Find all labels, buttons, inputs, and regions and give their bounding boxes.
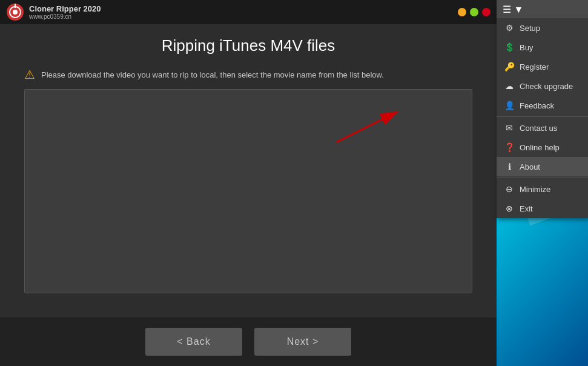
menu-item-online-help[interactable]: ❓ Online help <box>497 138 588 157</box>
window-controls <box>458 8 491 16</box>
menu-item-exit[interactable]: ⊗ Exit <box>497 199 588 218</box>
menu-label-register: Register <box>520 62 549 72</box>
menu-item-feedback[interactable]: 👤 Feedback <box>497 96 588 115</box>
menu-label-about: About <box>520 162 540 171</box>
menu-header: ☰ ▼ <box>497 0 588 18</box>
menu-label-buy: Buy <box>520 43 533 52</box>
notice-bar: ⚠ Please download the video you want to … <box>24 67 472 82</box>
dropdown-menu: ☰ ▼ ⚙ Setup 💲 Buy 🔑 Register ☁ Check upg… <box>497 0 588 218</box>
page-content: Ripping iTunes M4V files ⚠ Please downlo… <box>0 24 497 318</box>
about-icon: ℹ <box>504 162 515 171</box>
app-window: Cloner Ripper 2020 www.pc0359.cn Ripping… <box>0 0 497 366</box>
title-bar: Cloner Ripper 2020 www.pc0359.cn <box>0 0 497 24</box>
menu-item-register[interactable]: 🔑 Register <box>497 57 588 76</box>
menu-item-setup[interactable]: ⚙ Setup <box>497 18 588 38</box>
page-title: Ripping iTunes M4V files <box>162 36 335 55</box>
menu-item-check-upgrade[interactable]: ☁ Check upgrade <box>497 76 588 96</box>
feedback-icon: 👤 <box>504 101 515 110</box>
menu-label-minimize: Minimize <box>520 185 550 194</box>
back-button[interactable]: < Back <box>145 328 242 356</box>
menu-label-online-help: Online help <box>520 143 560 152</box>
menu-label-exit: Exit <box>520 204 533 213</box>
hamburger-icon[interactable]: ☰ ▼ <box>503 4 523 15</box>
menu-item-minimize[interactable]: ⊖ Minimize <box>497 179 588 199</box>
minimize-icon: ⊖ <box>504 184 515 194</box>
contact-icon: ✉ <box>504 123 515 133</box>
buy-icon: 💲 <box>504 42 515 52</box>
title-text-group: Cloner Ripper 2020 www.pc0359.cn <box>29 4 101 20</box>
warning-icon: ⚠ <box>24 67 35 82</box>
menu-label-check-upgrade: Check upgrade <box>520 82 573 91</box>
app-url: www.pc0359.cn <box>29 13 101 20</box>
notice-text: Please download the video you want to ri… <box>41 70 384 79</box>
app-logo <box>6 3 24 21</box>
app-title: Cloner Ripper 2020 <box>29 4 101 13</box>
svg-point-2 <box>13 10 18 15</box>
menu-item-contact-us[interactable]: ✉ Contact us <box>497 118 588 138</box>
menu-label-setup: Setup <box>520 24 540 33</box>
upgrade-icon: ☁ <box>504 81 515 91</box>
menu-divider-2 <box>497 178 588 178</box>
close-button[interactable] <box>482 8 491 16</box>
help-icon: ❓ <box>504 142 515 152</box>
menu-label-feedback: Feedback <box>520 101 554 110</box>
register-icon: 🔑 <box>504 62 515 72</box>
bottom-bar: < Back Next > <box>0 318 497 366</box>
menu-item-about[interactable]: ℹ About <box>497 157 588 176</box>
maximize-button[interactable] <box>470 8 478 16</box>
minimize-button[interactable] <box>458 8 466 16</box>
exit-icon: ⊗ <box>504 204 515 213</box>
right-panel: ☰ ▼ ⚙ Setup 💲 Buy 🔑 Register ☁ Check upg… <box>497 0 588 366</box>
content-area <box>24 89 472 293</box>
next-button[interactable]: Next > <box>254 328 351 356</box>
menu-divider-1 <box>497 116 588 117</box>
setup-icon: ⚙ <box>504 23 515 33</box>
menu-label-contact-us: Contact us <box>520 124 557 133</box>
menu-item-buy[interactable]: 💲 Buy <box>497 38 588 57</box>
